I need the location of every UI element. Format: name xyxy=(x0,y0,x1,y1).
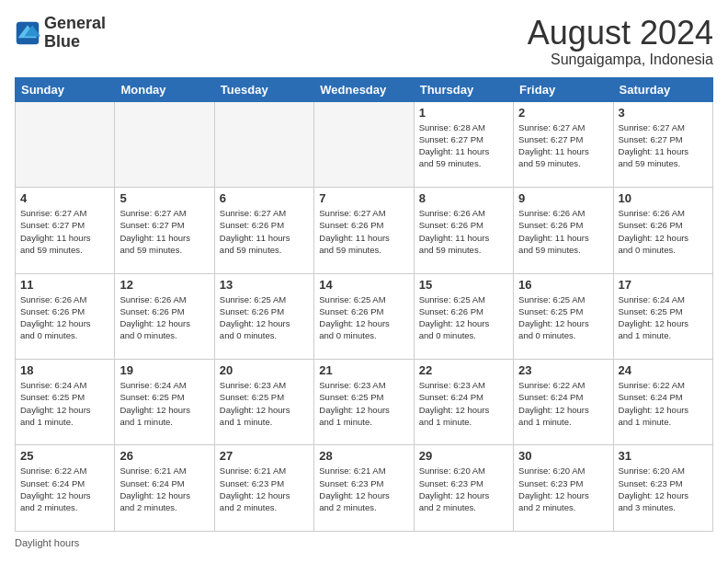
day-info: Sunrise: 6:25 AM Sunset: 6:26 PM Dayligh… xyxy=(319,293,408,342)
calendar-week-3: 11Sunrise: 6:26 AM Sunset: 6:26 PM Dayli… xyxy=(16,273,713,359)
day-info: Sunrise: 6:22 AM Sunset: 6:24 PM Dayligh… xyxy=(619,379,708,428)
day-number: 29 xyxy=(419,449,508,463)
day-number: 24 xyxy=(619,363,708,377)
day-number: 8 xyxy=(419,191,508,205)
col-header-saturday: Saturday xyxy=(613,77,712,101)
calendar-cell: 30Sunrise: 6:20 AM Sunset: 6:23 PM Dayli… xyxy=(514,445,613,532)
day-info: Sunrise: 6:27 AM Sunset: 6:26 PM Dayligh… xyxy=(319,207,408,256)
calendar-week-2: 4Sunrise: 6:27 AM Sunset: 6:27 PM Daylig… xyxy=(16,188,713,273)
title-block: August 2024 Sungaigampa, Indonesia xyxy=(528,15,713,68)
day-info: Sunrise: 6:22 AM Sunset: 6:24 PM Dayligh… xyxy=(20,465,109,513)
day-number: 12 xyxy=(119,278,209,292)
calendar-cell: 4Sunrise: 6:27 AM Sunset: 6:27 PM Daylig… xyxy=(16,188,115,273)
logo-line2: Blue xyxy=(44,33,106,52)
calendar-cell: 3Sunrise: 6:27 AM Sunset: 6:27 PM Daylig… xyxy=(613,101,712,187)
calendar-table: SundayMondayTuesdayWednesdayThursdayFrid… xyxy=(15,77,713,532)
logo-line1: General xyxy=(44,15,106,33)
calendar-cell: 28Sunrise: 6:21 AM Sunset: 6:23 PM Dayli… xyxy=(314,445,414,532)
calendar-cell: 10Sunrise: 6:26 AM Sunset: 6:26 PM Dayli… xyxy=(613,188,712,273)
calendar-cell: 29Sunrise: 6:20 AM Sunset: 6:23 PM Dayli… xyxy=(414,445,513,532)
day-info: Sunrise: 6:21 AM Sunset: 6:23 PM Dayligh… xyxy=(220,465,309,513)
col-header-sunday: Sunday xyxy=(16,77,115,101)
calendar-cell: 22Sunrise: 6:23 AM Sunset: 6:24 PM Dayli… xyxy=(414,360,513,445)
calendar-cell xyxy=(214,101,313,187)
calendar-cell: 19Sunrise: 6:24 AM Sunset: 6:25 PM Dayli… xyxy=(115,360,214,445)
col-header-friday: Friday xyxy=(514,77,613,101)
day-info: Sunrise: 6:25 AM Sunset: 6:26 PM Dayligh… xyxy=(220,293,309,342)
footer: Daylight hours xyxy=(15,537,713,548)
day-number: 7 xyxy=(319,191,408,205)
calendar-week-5: 25Sunrise: 6:22 AM Sunset: 6:24 PM Dayli… xyxy=(16,445,713,532)
col-header-tuesday: Tuesday xyxy=(214,77,313,101)
day-info: Sunrise: 6:20 AM Sunset: 6:23 PM Dayligh… xyxy=(619,465,708,513)
calendar-cell: 15Sunrise: 6:25 AM Sunset: 6:26 PM Dayli… xyxy=(414,273,513,359)
col-header-thursday: Thursday xyxy=(414,77,513,101)
logo: General Blue xyxy=(15,15,106,52)
day-number: 3 xyxy=(619,106,708,120)
calendar-cell: 31Sunrise: 6:20 AM Sunset: 6:23 PM Dayli… xyxy=(613,445,712,532)
col-header-wednesday: Wednesday xyxy=(314,77,414,101)
day-number: 11 xyxy=(20,278,109,292)
calendar-cell: 13Sunrise: 6:25 AM Sunset: 6:26 PM Dayli… xyxy=(214,273,313,359)
day-info: Sunrise: 6:24 AM Sunset: 6:25 PM Dayligh… xyxy=(119,379,209,428)
day-info: Sunrise: 6:20 AM Sunset: 6:23 PM Dayligh… xyxy=(518,465,608,513)
day-info: Sunrise: 6:20 AM Sunset: 6:23 PM Dayligh… xyxy=(419,465,508,513)
day-number: 13 xyxy=(220,278,309,292)
logo-text: General Blue xyxy=(44,15,106,52)
day-number: 14 xyxy=(319,278,408,292)
page: General Blue August 2024 Sungaigampa, In… xyxy=(0,0,728,563)
day-info: Sunrise: 6:23 AM Sunset: 6:25 PM Dayligh… xyxy=(220,379,309,428)
day-number: 22 xyxy=(419,363,508,377)
day-number: 16 xyxy=(518,278,608,292)
day-number: 19 xyxy=(119,363,209,377)
calendar-week-1: 1Sunrise: 6:28 AM Sunset: 6:27 PM Daylig… xyxy=(16,101,713,187)
day-number: 17 xyxy=(619,278,708,292)
calendar-cell: 11Sunrise: 6:26 AM Sunset: 6:26 PM Dayli… xyxy=(16,273,115,359)
calendar-cell: 20Sunrise: 6:23 AM Sunset: 6:25 PM Dayli… xyxy=(214,360,313,445)
day-info: Sunrise: 6:24 AM Sunset: 6:25 PM Dayligh… xyxy=(20,379,109,428)
day-number: 5 xyxy=(119,191,209,205)
day-info: Sunrise: 6:25 AM Sunset: 6:26 PM Dayligh… xyxy=(419,293,508,342)
calendar-cell: 26Sunrise: 6:21 AM Sunset: 6:24 PM Dayli… xyxy=(115,445,214,532)
day-info: Sunrise: 6:25 AM Sunset: 6:25 PM Dayligh… xyxy=(518,293,608,342)
calendar-cell: 2Sunrise: 6:27 AM Sunset: 6:27 PM Daylig… xyxy=(514,101,613,187)
day-info: Sunrise: 6:26 AM Sunset: 6:26 PM Dayligh… xyxy=(419,207,508,256)
day-info: Sunrise: 6:28 AM Sunset: 6:27 PM Dayligh… xyxy=(419,121,508,170)
calendar-cell: 24Sunrise: 6:22 AM Sunset: 6:24 PM Dayli… xyxy=(613,360,712,445)
calendar-cell xyxy=(16,101,115,187)
day-info: Sunrise: 6:26 AM Sunset: 6:26 PM Dayligh… xyxy=(119,293,209,342)
calendar-cell: 16Sunrise: 6:25 AM Sunset: 6:25 PM Dayli… xyxy=(514,273,613,359)
day-number: 9 xyxy=(518,191,608,205)
day-info: Sunrise: 6:22 AM Sunset: 6:24 PM Dayligh… xyxy=(518,379,608,428)
day-info: Sunrise: 6:21 AM Sunset: 6:24 PM Dayligh… xyxy=(119,465,209,513)
day-number: 2 xyxy=(518,106,608,120)
calendar-cell: 17Sunrise: 6:24 AM Sunset: 6:25 PM Dayli… xyxy=(613,273,712,359)
col-header-monday: Monday xyxy=(115,77,214,101)
calendar-cell: 14Sunrise: 6:25 AM Sunset: 6:26 PM Dayli… xyxy=(314,273,414,359)
header: General Blue August 2024 Sungaigampa, In… xyxy=(15,15,713,68)
day-number: 25 xyxy=(20,449,109,463)
main-title: August 2024 xyxy=(528,15,713,52)
logo-icon xyxy=(15,20,40,46)
day-number: 23 xyxy=(518,363,608,377)
day-number: 20 xyxy=(220,363,309,377)
subtitle: Sungaigampa, Indonesia xyxy=(528,52,713,68)
day-number: 28 xyxy=(319,449,408,463)
calendar-cell: 6Sunrise: 6:27 AM Sunset: 6:26 PM Daylig… xyxy=(214,188,313,273)
calendar-cell: 5Sunrise: 6:27 AM Sunset: 6:27 PM Daylig… xyxy=(115,188,214,273)
calendar-header-row: SundayMondayTuesdayWednesdayThursdayFrid… xyxy=(16,77,713,101)
day-number: 6 xyxy=(220,191,309,205)
calendar-cell: 23Sunrise: 6:22 AM Sunset: 6:24 PM Dayli… xyxy=(514,360,613,445)
day-info: Sunrise: 6:27 AM Sunset: 6:27 PM Dayligh… xyxy=(20,207,109,256)
day-number: 30 xyxy=(518,449,608,463)
calendar-cell xyxy=(314,101,414,187)
day-number: 31 xyxy=(619,449,708,463)
calendar-cell: 21Sunrise: 6:23 AM Sunset: 6:25 PM Dayli… xyxy=(314,360,414,445)
day-number: 26 xyxy=(119,449,209,463)
calendar-cell: 7Sunrise: 6:27 AM Sunset: 6:26 PM Daylig… xyxy=(314,188,414,273)
calendar-cell: 8Sunrise: 6:26 AM Sunset: 6:26 PM Daylig… xyxy=(414,188,513,273)
day-number: 1 xyxy=(419,106,508,120)
day-info: Sunrise: 6:23 AM Sunset: 6:24 PM Dayligh… xyxy=(419,379,508,428)
calendar-cell: 27Sunrise: 6:21 AM Sunset: 6:23 PM Dayli… xyxy=(214,445,313,532)
day-info: Sunrise: 6:27 AM Sunset: 6:27 PM Dayligh… xyxy=(119,207,209,256)
